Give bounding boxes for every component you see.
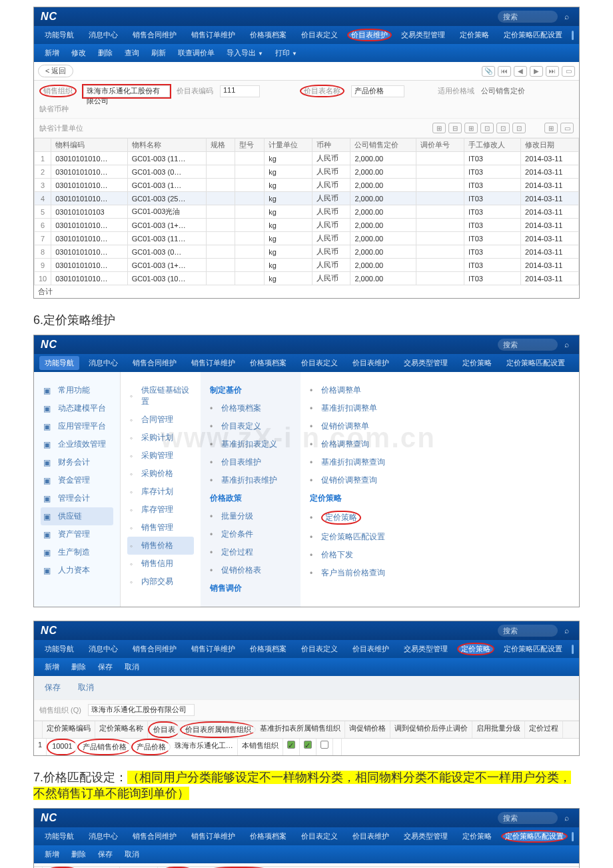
btn-delete[interactable]: 删除 <box>66 660 91 674</box>
tab-order[interactable]: 销售订单维护 <box>186 642 241 656</box>
nav-l2-item[interactable]: ◦销售价格 <box>127 537 194 555</box>
tab-contract[interactable]: 销售合同维护 <box>127 28 182 42</box>
tab-price-item[interactable]: 价格项档案 <box>245 356 292 370</box>
max-icon[interactable]: ▭ <box>562 66 575 77</box>
nav-l1-item[interactable]: ▣生产制造 <box>41 543 113 561</box>
tab-price-maintain[interactable]: 价目表维护 <box>347 829 394 843</box>
tab-order[interactable]: 销售订单维护 <box>186 829 241 843</box>
tab-trade-type[interactable]: 交易类型管理 <box>398 829 453 843</box>
tab-pricing-strategy[interactable]: 定价策略 <box>457 643 494 655</box>
nav-group-header[interactable]: 制定基价 <box>207 381 294 399</box>
nav-l3-item[interactable]: •价格调整查询 <box>307 435 394 453</box>
window-icon[interactable] <box>572 832 574 841</box>
nav-l3-item[interactable]: •价格调整单 <box>307 381 394 399</box>
search-input[interactable]: 搜索 <box>498 625 558 637</box>
field-list-name[interactable]: 产品价格 <box>351 85 404 97</box>
back-button[interactable]: < 返回 <box>38 65 73 77</box>
search-icon[interactable]: ⌕ <box>560 339 572 351</box>
tab-trade-type[interactable]: 交易类型管理 <box>398 356 453 370</box>
table-row[interactable]: 103010101010…GC01-003 (11…kg人民币2,000.00I… <box>35 152 579 165</box>
table-row[interactable]: 303010101010…GC01-003 (1…kg人民币2,000.00IT… <box>35 179 579 192</box>
table-row[interactable]: 403010101010…GC01-003 (25…kg人民币2,000.00I… <box>35 192 579 205</box>
btn-import-export[interactable]: 导入导出▼ <box>221 46 269 60</box>
grid-icon-4[interactable]: ⊡ <box>480 123 494 133</box>
grid-icon-6[interactable]: ⊡ <box>512 123 526 133</box>
nav-l2-item[interactable]: ◦供应链基础设置 <box>127 381 194 411</box>
grid-icon-3[interactable]: ⊞ <box>464 123 478 133</box>
nav-l1-item[interactable]: ▣供应链 <box>41 507 113 525</box>
tab-price-maintain[interactable]: 价目表维护 <box>347 29 392 41</box>
nav-l3-item[interactable]: •价目表定义 <box>207 417 294 435</box>
nav-l1-item[interactable]: ▣动态建模平台 <box>41 399 113 417</box>
tab-pricing-match[interactable]: 定价策略匹配设置 <box>501 830 568 843</box>
nav-group-header[interactable]: 定价策略 <box>307 489 394 507</box>
btn-save-2[interactable]: 保存 <box>39 680 66 695</box>
tab-price-def[interactable]: 价目表定义 <box>296 356 343 370</box>
search-icon[interactable]: ⌕ <box>560 11 572 23</box>
table-row[interactable]: 1003010101010…GC01-003 (10…kg人民币2,000.00… <box>35 272 579 285</box>
nav-l2-item[interactable]: ◦采购价格 <box>127 465 194 483</box>
nav-prev-icon[interactable]: ◀ <box>514 66 527 77</box>
btn-link-adj[interactable]: 联查调价单 <box>173 46 220 60</box>
tab-pricing-match[interactable]: 定价策略匹配设置 <box>498 642 568 656</box>
tab-price-item[interactable]: 价格项档案 <box>245 829 292 843</box>
tab-pricing-strategy[interactable]: 定价策略 <box>454 28 494 42</box>
nav-last-icon[interactable]: ⏭ <box>546 66 559 77</box>
cell[interactable]: ✓ <box>283 739 300 755</box>
cell[interactable]: 本销售组织 <box>238 739 283 755</box>
nav-l1-item[interactable]: ▣资产管理 <box>41 525 113 543</box>
nav-l2-item[interactable]: ◦内部交易 <box>127 573 194 591</box>
grid-icon-7[interactable]: ⊞ <box>544 123 558 133</box>
btn-cancel[interactable]: 取消 <box>119 847 145 861</box>
btn-query[interactable]: 查询 <box>119 46 145 60</box>
tab-trade-type[interactable]: 交易类型管理 <box>398 642 453 656</box>
tab-contract[interactable]: 销售合同维护 <box>127 829 182 843</box>
tab-order[interactable]: 销售订单维护 <box>186 28 241 42</box>
tab-price-def[interactable]: 价目表定义 <box>296 28 343 42</box>
tab-pricing-strategy[interactable]: 定价策略 <box>457 356 497 370</box>
cell[interactable]: 10001 <box>47 739 77 755</box>
nav-l3-item[interactable]: •客户当前价格查询 <box>307 564 394 582</box>
field-sale-org[interactable]: 珠海市乐通化工股份有限公司 <box>83 85 170 97</box>
cell[interactable]: 1 <box>34 739 47 755</box>
nav-l3-item[interactable]: •批量分级 <box>207 507 294 525</box>
btn-edit[interactable]: 修改 <box>66 46 91 60</box>
nav-l3-item[interactable]: •基准折扣表维护 <box>207 471 294 489</box>
nav-l3-item[interactable]: •价目表维护 <box>207 453 294 471</box>
tab-price-maintain[interactable]: 价目表维护 <box>347 356 394 370</box>
nav-l1-item[interactable]: ▣管理会计 <box>41 489 113 507</box>
nav-l1-item[interactable]: ▣应用管理平台 <box>41 417 113 435</box>
nav-l3-item[interactable]: •促销价格表 <box>207 561 294 579</box>
nav-l3-item[interactable]: •定价条件 <box>207 525 294 543</box>
table-row[interactable]: 903010101010…GC01-003 (1+…kg人民币2,000.00I… <box>35 259 579 272</box>
btn-delete[interactable]: 删除 <box>93 46 118 60</box>
nav-l3-item[interactable]: •基准折扣调整单 <box>307 399 394 417</box>
nav-l2-item[interactable]: ◦采购计划 <box>127 429 194 447</box>
cell[interactable]: 产品价格 <box>131 739 171 755</box>
tab-nav[interactable]: 功能导航 <box>39 28 79 42</box>
tab-nav[interactable]: 功能导航 <box>39 642 79 656</box>
nav-l3-item[interactable]: •价格项档案 <box>207 399 294 417</box>
nav-l3-item[interactable]: •促销价调整查询 <box>307 471 394 489</box>
window-icon[interactable] <box>572 31 574 40</box>
tab-pricing-match[interactable]: 定价策略匹配设置 <box>498 28 568 42</box>
search-icon[interactable]: ⌕ <box>560 625 572 637</box>
cell[interactable]: 珠海市乐通化工… <box>171 739 238 755</box>
nav-l2-item[interactable]: ◦销售管理 <box>127 519 194 537</box>
tab-trade-type[interactable]: 交易类型管理 <box>396 28 450 42</box>
nav-l1-item[interactable]: ▣财务会计 <box>41 453 113 471</box>
tab-price-def[interactable]: 价目表定义 <box>296 642 343 656</box>
btn-refresh[interactable]: 刷新 <box>146 46 171 60</box>
attach-icon[interactable]: 📎 <box>482 66 495 77</box>
nav-l3-item[interactable]: •定价策略匹配设置 <box>307 528 394 546</box>
tab-nav[interactable]: 功能导航 <box>39 829 79 843</box>
nav-l1-item[interactable]: ▣资金管理 <box>41 471 113 489</box>
tab-contract[interactable]: 销售合同维护 <box>127 642 182 656</box>
nav-l2-item[interactable]: ◦合同管理 <box>127 411 194 429</box>
btn-cancel-2[interactable]: 取消 <box>73 680 99 695</box>
grid-icon-2[interactable]: ⊟ <box>448 123 462 133</box>
nav-next-icon[interactable]: ▶ <box>530 66 543 77</box>
search-input[interactable]: 搜索 <box>498 812 558 824</box>
nav-group-header[interactable]: 销售调价 <box>207 579 294 597</box>
nav-pricing-strategy[interactable]: •定价策略 <box>307 507 394 528</box>
